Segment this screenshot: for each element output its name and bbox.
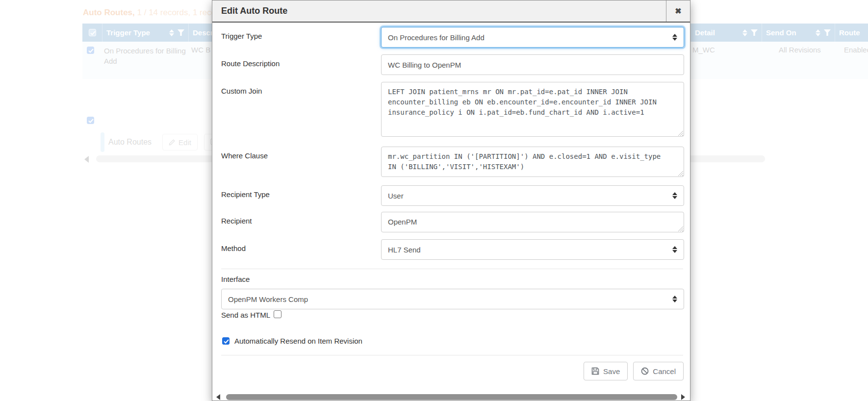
send-as-html-field: Send as HTML bbox=[221, 311, 281, 319]
where-clause-label: Where Clause bbox=[221, 151, 268, 160]
screen: Auto Routes, 1 / 14 records, 1 record Tr… bbox=[0, 0, 868, 401]
trigger-type-select[interactable]: On Procedures for Billing Add bbox=[381, 27, 684, 48]
cancel-button[interactable]: Cancel bbox=[633, 362, 684, 380]
cancel-slash-icon bbox=[641, 367, 649, 375]
method-value: HL7 Send bbox=[388, 246, 421, 254]
custom-join-textarea[interactable]: LEFT JOIN patient_mrns mr ON mr.pat_id=e… bbox=[381, 82, 684, 137]
recipient-type-value: User bbox=[388, 192, 404, 200]
route-description-input[interactable] bbox=[381, 54, 684, 75]
cancel-button-label: Cancel bbox=[653, 367, 676, 376]
interface-select[interactable]: OpenPM Workers Comp bbox=[221, 289, 684, 309]
divider bbox=[221, 355, 683, 355]
select-arrows-icon bbox=[672, 246, 677, 253]
select-arrows-icon bbox=[672, 34, 677, 41]
interface-value: OpenPM Workers Comp bbox=[228, 295, 308, 303]
auto-resend-label: Automatically Resend on Item Revision bbox=[234, 337, 362, 345]
send-as-html-checkbox[interactable] bbox=[274, 310, 281, 318]
close-icon[interactable]: ✖ bbox=[666, 0, 690, 22]
recipient-textarea[interactable]: OpenPM bbox=[381, 212, 684, 232]
select-arrows-icon bbox=[672, 296, 677, 302]
save-floppy-icon bbox=[591, 367, 599, 375]
dialog-header: Edit Auto Route ✖ bbox=[212, 0, 690, 23]
recipient-type-label: Recipient Type bbox=[221, 190, 270, 199]
scroll-right-icon[interactable] bbox=[681, 394, 685, 400]
dialog-actions: Save Cancel bbox=[584, 362, 684, 380]
send-as-html-label: Send as HTML bbox=[221, 311, 270, 319]
dialog-title: Edit Auto Route bbox=[221, 6, 287, 16]
scrollbar-thumb[interactable] bbox=[226, 394, 677, 400]
divider bbox=[221, 269, 683, 269]
auto-resend-checkbox[interactable] bbox=[222, 337, 230, 345]
trigger-type-value: On Procedures for Billing Add bbox=[388, 33, 485, 42]
recipient-label: Recipient bbox=[221, 217, 252, 225]
interface-label: Interface bbox=[221, 275, 250, 283]
method-label: Method bbox=[221, 244, 246, 252]
custom-join-label: Custom Join bbox=[221, 87, 262, 95]
dialog-horizontal-scrollbar bbox=[212, 393, 690, 401]
save-button-label: Save bbox=[603, 367, 620, 376]
where-clause-textarea[interactable]: mr.wc_partition IN ('[PARTITION]') AND e… bbox=[381, 147, 684, 177]
auto-resend-field: Automatically Resend on Item Revision bbox=[222, 337, 362, 345]
recipient-type-select[interactable]: User bbox=[381, 185, 684, 206]
route-description-label: Route Description bbox=[221, 59, 280, 68]
save-button[interactable]: Save bbox=[584, 362, 628, 380]
edit-auto-route-dialog: Edit Auto Route ✖ Trigger Type On Proced… bbox=[212, 0, 690, 401]
trigger-type-label: Trigger Type bbox=[221, 32, 262, 40]
scroll-left-icon[interactable] bbox=[216, 394, 220, 400]
method-select[interactable]: HL7 Send bbox=[381, 239, 684, 260]
select-arrows-icon bbox=[672, 192, 677, 199]
